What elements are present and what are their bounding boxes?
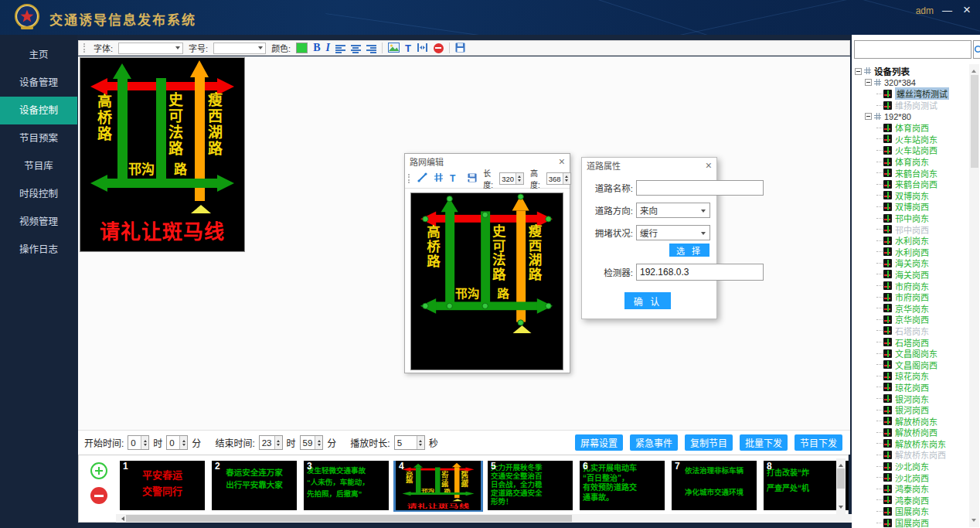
draw-double-line-icon[interactable] bbox=[434, 172, 444, 186]
device-group-0[interactable]: 320*384 bbox=[853, 77, 968, 89]
color-swatch[interactable] bbox=[296, 43, 308, 53]
device-tree-item[interactable]: 双博岗东 bbox=[853, 190, 968, 202]
scroll-left-icon[interactable] bbox=[119, 516, 124, 521]
device-label[interactable]: 市府岗东 bbox=[895, 280, 929, 292]
select-button[interactable]: 选 择 bbox=[669, 244, 709, 257]
minimize-icon[interactable]: — bbox=[942, 5, 952, 16]
device-tree-item[interactable]: 邗中岗西 bbox=[853, 223, 968, 235]
start-hour-stepper[interactable]: 0 bbox=[128, 435, 149, 450]
end-minute-value[interactable]: 59 bbox=[301, 438, 315, 448]
device-tree-item[interactable]: 京华岗东 bbox=[853, 302, 968, 314]
fit-screen-icon[interactable] bbox=[417, 43, 428, 54]
duration-stepper[interactable]: 5 bbox=[394, 435, 425, 450]
text-tool-icon[interactable]: T bbox=[450, 173, 455, 184]
device-label[interactable]: 双博岗东 bbox=[895, 189, 929, 202]
device-tree-item[interactable]: 体育岗西 bbox=[853, 122, 968, 134]
duration-value[interactable]: 5 bbox=[395, 438, 417, 448]
device-tree-item[interactable]: 文昌阁岗西 bbox=[853, 359, 968, 370]
device-tree-item[interactable]: 市府岗东 bbox=[853, 280, 968, 291]
start-hour-value[interactable]: 0 bbox=[128, 438, 141, 448]
device-label[interactable]: 文昌阁岗东 bbox=[895, 347, 937, 359]
sidebar-item-0[interactable]: 主页 bbox=[0, 41, 77, 69]
device-label[interactable]: 文昌阁岗西 bbox=[895, 359, 937, 371]
device-label[interactable]: 国展岗东 bbox=[895, 505, 929, 517]
save-icon[interactable] bbox=[455, 43, 465, 54]
tree-scrollbar[interactable] bbox=[969, 64, 979, 527]
sidebar-item-3[interactable]: 节目预案 bbox=[0, 124, 77, 152]
edit-handle[interactable] bbox=[518, 193, 524, 199]
device-label[interactable]: 邗中岗东 bbox=[895, 212, 929, 224]
search-input[interactable] bbox=[854, 40, 971, 59]
draw-line-icon[interactable] bbox=[417, 172, 427, 186]
stepper-arrows[interactable] bbox=[315, 436, 322, 449]
playlist-thumb-7[interactable]: 依法治理非标车辆 净化城市交通环境7 bbox=[672, 461, 757, 510]
align-right-icon[interactable] bbox=[366, 44, 376, 53]
action-button-2[interactable]: 复制节目 bbox=[685, 434, 733, 451]
device-tree-item[interactable]: 银河岗西 bbox=[853, 404, 968, 416]
device-tree-item[interactable]: 鸿泰岗东 bbox=[853, 483, 968, 495]
user-name[interactable]: adm bbox=[916, 5, 934, 16]
device-tree-item[interactable]: 螺丝湾桥测试 bbox=[853, 88, 968, 100]
edit-handle[interactable] bbox=[447, 303, 453, 309]
vertical-scrollbar[interactable] bbox=[836, 458, 846, 514]
device-label[interactable]: 解放桥东岗西 bbox=[895, 448, 946, 461]
stepper-arrows[interactable] bbox=[417, 436, 424, 449]
edit-handle[interactable] bbox=[482, 303, 488, 309]
device-label[interactable]: 海关岗东 bbox=[895, 257, 929, 269]
font-select[interactable] bbox=[118, 43, 183, 54]
scroll-down-icon[interactable] bbox=[971, 519, 976, 524]
device-tree-item[interactable]: 解放桥东岗西 bbox=[853, 449, 968, 461]
device-tree-item[interactable]: 火车站岗西 bbox=[853, 145, 968, 156]
bold-icon[interactable]: B bbox=[313, 42, 320, 54]
device-tree-item[interactable]: 琼花岗西 bbox=[853, 382, 968, 393]
device-group-1[interactable]: 192*80 bbox=[853, 111, 968, 122]
edit-handle[interactable] bbox=[482, 212, 488, 218]
device-label[interactable]: 海关岗西 bbox=[895, 268, 929, 281]
device-label[interactable]: 沙北岗东 bbox=[895, 460, 929, 472]
end-hour-stepper[interactable]: 23 bbox=[259, 435, 283, 450]
align-left-icon[interactable] bbox=[335, 44, 345, 53]
horizontal-scrollbar[interactable] bbox=[116, 514, 912, 523]
stop-icon[interactable] bbox=[434, 43, 444, 53]
device-tree-item[interactable]: 沙北岗西 bbox=[853, 472, 968, 483]
scroll-up-icon[interactable] bbox=[971, 67, 976, 73]
edit-handle[interactable] bbox=[447, 196, 453, 202]
start-minute-value[interactable]: 0 bbox=[167, 438, 179, 448]
confirm-button[interactable]: 确 认 bbox=[624, 292, 671, 309]
font-size-select[interactable] bbox=[213, 43, 266, 54]
stepper-arrows[interactable] bbox=[141, 436, 148, 449]
scroll-down-icon[interactable] bbox=[839, 506, 843, 511]
playlist-thumb-5[interactable]: 大力开展秋冬季交通安全整治百日会战，全力稳定道路交通安全形势！5 bbox=[488, 461, 573, 510]
device-tree-item[interactable]: 市府岗西 bbox=[853, 291, 968, 303]
device-tree-item[interactable]: 来鹤台岗东 bbox=[853, 167, 968, 179]
road-editor-canvas[interactable]: 高桥路 史可法路 瘦西湖路 邗沟 路 请礼让斑马线 bbox=[410, 192, 563, 370]
device-tree-item[interactable]: 火车站岗东 bbox=[853, 134, 968, 145]
road-name-field[interactable] bbox=[636, 180, 764, 196]
sidebar-item-6[interactable]: 视频管理 bbox=[0, 208, 77, 236]
align-center-icon[interactable] bbox=[351, 44, 361, 53]
device-label[interactable]: 来鹤台岗东 bbox=[895, 167, 937, 179]
device-tree-item[interactable]: 解放桥岗东 bbox=[853, 415, 968, 427]
device-tree-item[interactable]: 京华岗西 bbox=[853, 314, 968, 325]
device-tree-item[interactable]: 石塔岗东 bbox=[853, 325, 968, 337]
device-label[interactable]: 琼花岗西 bbox=[895, 381, 929, 393]
device-label[interactable]: 银河岗东 bbox=[895, 393, 929, 405]
add-frame-button[interactable] bbox=[90, 462, 107, 479]
device-label[interactable]: 解放桥东岗东 bbox=[895, 438, 946, 450]
close-icon[interactable]: × bbox=[963, 2, 971, 18]
end-hour-value[interactable]: 23 bbox=[260, 438, 274, 448]
device-label[interactable]: 双博岗西 bbox=[895, 200, 929, 213]
device-tree-item[interactable]: 银河岗东 bbox=[853, 393, 968, 404]
scrollbar-thumb[interactable] bbox=[837, 468, 845, 489]
text-tool-icon[interactable]: T bbox=[405, 43, 411, 54]
congestion-select[interactable]: 缓行 bbox=[636, 225, 710, 240]
italic-icon[interactable]: I bbox=[326, 42, 330, 54]
scrollbar-thumb[interactable] bbox=[971, 75, 978, 168]
close-icon[interactable]: × bbox=[706, 160, 712, 171]
device-label[interactable]: 体育岗西 bbox=[895, 121, 929, 134]
playlist-thumb-2[interactable]: 春运安全连万家出行平安靠大家2 bbox=[212, 461, 297, 510]
device-label[interactable]: 国展岗西 bbox=[895, 516, 929, 528]
device-label[interactable]: 银河岗西 bbox=[895, 404, 929, 416]
device-label[interactable]: 京华岗西 bbox=[895, 313, 929, 325]
device-label[interactable]: 石塔岗西 bbox=[895, 336, 929, 349]
